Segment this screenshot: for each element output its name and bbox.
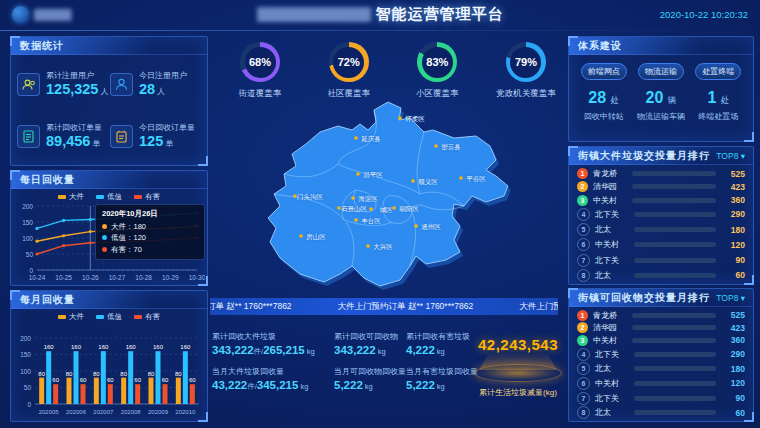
legend-item[interactable]: 低值	[96, 192, 122, 202]
daily-chart-legend: 大件低值有害	[11, 189, 207, 202]
svg-text:160: 160	[98, 344, 109, 350]
rank-badge: 7	[577, 392, 590, 405]
svg-text:200: 200	[20, 335, 31, 342]
system-tab[interactable]: 处置终端	[695, 63, 741, 80]
stat-value: 125 单	[139, 133, 195, 150]
svg-text:100: 100	[20, 368, 31, 375]
ranking-row[interactable]: 1 青龙桥 525	[577, 168, 745, 179]
rank-bar	[632, 338, 716, 343]
stat-value: 28 人	[139, 81, 187, 98]
ranking-row[interactable]: 4 北下关 290	[577, 348, 745, 361]
rank-bar	[634, 410, 716, 415]
top8-dropdown[interactable]: TOP8 ▾	[716, 293, 753, 303]
rank-name: 清华园	[593, 322, 627, 333]
svg-text:202008: 202008	[121, 409, 142, 415]
rank-badge: 2	[577, 322, 588, 333]
ranking-row[interactable]: 2 清华园 423	[577, 322, 745, 333]
ranking-row[interactable]: 6 中关村 120	[577, 238, 745, 251]
summary-stats: 累计回收大件垃圾 343,222件/265,215 kg 累计回收可回收物 34…	[212, 331, 467, 392]
district-label: 顺义区	[418, 178, 438, 186]
svg-text:80: 80	[38, 371, 45, 377]
panel-bulky-waste-ranking: 街镇大件垃圾交投量月排行 TOP8 ▾ 1 青龙桥 525 2 清华园 423 …	[568, 146, 754, 285]
legend-item[interactable]: 有害	[134, 192, 160, 202]
stat-label: 今日回收订单量	[139, 122, 195, 133]
ranking-row[interactable]: 5 北太 180	[577, 223, 745, 236]
rank-name: 中关村	[595, 378, 629, 389]
tooltip-row: 大件：180	[102, 221, 198, 232]
rank-name: 青龙桥	[593, 310, 627, 321]
ranking-row[interactable]: 3 中关村 360	[577, 335, 745, 346]
panel-title-recyclable-ranking: 街镇可回收物交投量月排行	[569, 289, 710, 306]
rank-badge: 1	[577, 168, 588, 179]
rank-bar	[634, 396, 716, 401]
legend-item[interactable]: 大件	[58, 192, 84, 202]
svg-text:80: 80	[120, 371, 127, 377]
stat-value: 89,456 单	[46, 133, 102, 150]
gauge-ring: 68%	[240, 42, 280, 82]
system-tab[interactable]: 前端网点	[581, 63, 627, 80]
user-icon	[110, 73, 133, 96]
svg-text:160: 160	[153, 344, 164, 350]
rank-bar	[632, 184, 716, 189]
coverage-gauge-row: 68% 街道覆盖率 72% 社区覆盖率 83% 小区覆盖率 79% 党政机关覆盖…	[212, 42, 574, 100]
orders-icon	[17, 125, 40, 148]
rank-value: 360	[721, 195, 745, 205]
svg-text:10-26: 10-26	[82, 274, 99, 281]
gauge-percent: 72%	[333, 47, 364, 78]
rank-name: 中关村	[593, 335, 627, 346]
system-tab[interactable]: 物流运输	[638, 63, 684, 80]
rank-badge: 7	[577, 254, 590, 267]
svg-text:202005: 202005	[39, 409, 60, 415]
district-label: 平谷区	[466, 175, 486, 183]
legend-item[interactable]: 有害	[134, 312, 160, 322]
coverage-gauge: 72% 社区覆盖率	[309, 42, 389, 100]
rank-name: 北下关	[595, 349, 629, 360]
summary-cell: 累计回收可回收物 343,222 kg	[334, 331, 406, 357]
ranking-row[interactable]: 6 中关村 120	[577, 377, 745, 390]
gauge-percent: 68%	[245, 47, 276, 78]
district-label: 密云县	[441, 143, 461, 150]
rank-bar	[634, 227, 716, 232]
counter-value: 42,243,543	[478, 336, 558, 353]
svg-text:60: 60	[80, 377, 87, 383]
district-label: 丰台区	[361, 217, 381, 225]
district-label: 昌平区	[363, 171, 383, 178]
ranking-row[interactable]: 8 北太 60	[577, 269, 745, 282]
ranking-row[interactable]: 7 北下关 90	[577, 254, 745, 267]
rank-name: 北太	[595, 270, 629, 281]
district-label: 大兴区	[373, 243, 393, 251]
ranking-row[interactable]: 7 北下关 90	[577, 392, 745, 405]
panel-title-system-construction: 体系建设	[569, 37, 753, 55]
ranking-row[interactable]: 5 北太 180	[577, 362, 745, 375]
title-redacted-prefix: ██████████████	[257, 7, 372, 22]
gauge-ring: 83%	[417, 42, 457, 82]
stat-item: 累计注册用户 125,325 人	[17, 58, 110, 110]
rank-badge: 3	[577, 335, 588, 346]
rank-bar	[632, 198, 716, 203]
ranking-row[interactable]: 4 北下关 290	[577, 208, 745, 221]
tooltip-row: 低值：120	[102, 232, 198, 243]
legend-item[interactable]: 大件	[58, 312, 84, 322]
svg-text:150: 150	[20, 351, 31, 358]
legend-item[interactable]: 低值	[96, 312, 122, 322]
system-caption: 回收中转站	[575, 111, 632, 122]
rank-badge: 3	[577, 195, 588, 206]
rank-value: 60	[721, 408, 745, 418]
ranking-row[interactable]: 2 清华园 423	[577, 181, 745, 192]
svg-text:100: 100	[22, 235, 33, 242]
rank-value: 423	[721, 182, 745, 192]
monthly-bar-chart[interactable]: 0501001502002020058016060202006801606020…	[11, 322, 205, 422]
ranking-row[interactable]: 8 北太 60	[577, 406, 745, 419]
panel-title-monthly-recovery: 每月回收量	[11, 291, 207, 309]
svg-text:80: 80	[175, 371, 182, 377]
district-label: 延庆县	[361, 135, 381, 142]
svg-text:0: 0	[27, 401, 31, 408]
ranking-row[interactable]: 1 青龙桥 525	[577, 310, 745, 321]
rank-value: 525	[721, 310, 745, 320]
top8-dropdown[interactable]: TOP8 ▾	[716, 151, 753, 161]
rank-value: 290	[721, 209, 745, 219]
svg-text:160: 160	[44, 344, 55, 350]
svg-text:202009: 202009	[148, 409, 169, 415]
beijing-district-map[interactable]: 怀柔区延庆县密云县昌平区顺义区平谷区门头沟区海淀区石景山区城区朝阳区丰台区通州区…	[228, 94, 550, 296]
ranking-row[interactable]: 3 中关村 360	[577, 195, 745, 206]
